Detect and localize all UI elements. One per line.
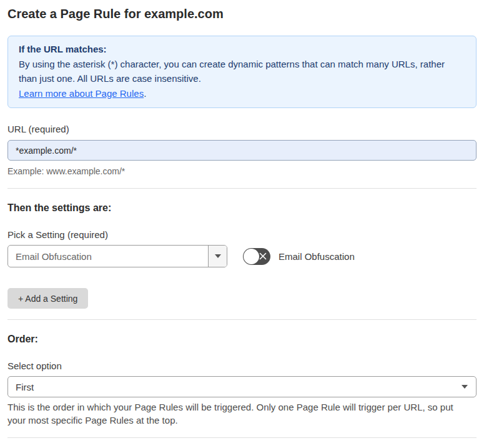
setting-select[interactable]: Email Obfuscation xyxy=(7,245,227,267)
toggle-wrap: Email Obfuscation xyxy=(243,248,355,265)
order-section-heading: Order: xyxy=(7,334,477,345)
divider xyxy=(7,319,477,320)
chevron-down-icon xyxy=(215,254,221,258)
page-title: Create a Page Rule for example.com xyxy=(7,6,477,22)
add-setting-button[interactable]: + Add a Setting xyxy=(7,288,88,309)
info-box-body: By using the asterisk (*) character, you… xyxy=(19,57,465,86)
chevron-down-icon xyxy=(462,385,468,389)
divider xyxy=(7,188,477,189)
x-icon xyxy=(259,252,267,260)
email-obfuscation-toggle[interactable] xyxy=(243,248,270,265)
url-field-label: URL (required) xyxy=(7,124,477,134)
order-select-label: Select option xyxy=(7,361,477,371)
toggle-label: Email Obfuscation xyxy=(279,251,355,262)
order-hint: This is the order in which your Page Rul… xyxy=(7,401,470,427)
setting-row: Email Obfuscation Email Obfuscation xyxy=(7,245,477,267)
learn-more-link[interactable]: Learn more about Page Rules xyxy=(19,88,144,99)
info-box-heading: If the URL matches: xyxy=(19,42,465,57)
url-field-hint: Example: www.example.com/* xyxy=(7,165,477,177)
settings-section-heading: Then the settings are: xyxy=(7,202,477,214)
setting-select-value: Email Obfuscation xyxy=(8,246,208,267)
order-select[interactable]: First xyxy=(7,376,477,397)
link-suffix: . xyxy=(144,88,146,99)
setting-select-arrow-button[interactable] xyxy=(208,246,227,267)
divider xyxy=(7,437,477,438)
info-box-link-line: Learn more about Page Rules. xyxy=(19,86,465,101)
url-matches-info-box: If the URL matches: By using the asteris… xyxy=(7,36,477,108)
url-input[interactable] xyxy=(7,140,477,161)
setting-picker-label: Pick a Setting (required) xyxy=(7,229,477,240)
order-select-value: First xyxy=(16,382,34,392)
toggle-knob xyxy=(244,249,259,264)
